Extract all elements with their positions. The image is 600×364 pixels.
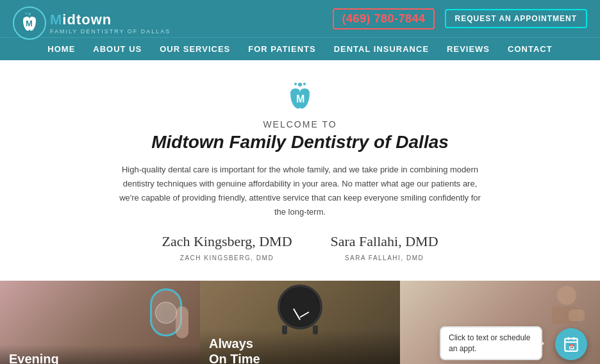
- signature-1-script: Zach Kingsberg, DMD: [162, 233, 292, 250]
- hero-welcome-text: WELCOME TO: [90, 119, 510, 129]
- nav-home[interactable]: HOME: [47, 44, 75, 54]
- logo-text: Midtown FAMILY DENTISTRY OF DALLAS: [50, 12, 171, 35]
- logo-tagline: FAMILY DENTISTRY OF DALLAS: [50, 28, 171, 35]
- appointment-button[interactable]: REQUEST AN APPOINTMENT: [445, 9, 587, 28]
- card-always-on-time[interactable]: Always On Time: [200, 281, 400, 364]
- main-nav: HOME ABOUT US OUR SERVICES FOR PATIENTS …: [0, 37, 600, 60]
- nav-services[interactable]: OUR SERVICES: [160, 44, 230, 54]
- card-2-overlay: Always On Time: [200, 329, 400, 364]
- logo: M Midtown FAMILY DENTISTRY OF DALLAS: [13, 6, 171, 40]
- hero-description: High-quality dental care is important fo…: [114, 163, 486, 219]
- nav-contact[interactable]: CONTACT: [508, 44, 553, 54]
- svg-point-6: [294, 83, 297, 85]
- hero-section: M WELCOME TO Midtown Family Dentistry of…: [0, 60, 600, 281]
- svg-point-3: [26, 13, 28, 15]
- nav-insurance[interactable]: DENTAL INSURANCE: [334, 44, 429, 54]
- signature-1: Zach Kingsberg, DMD ZACH KINGSBERG, DMD: [162, 233, 292, 263]
- svg-point-7: [303, 83, 306, 85]
- svg-point-2: [28, 13, 31, 15]
- svg-text:📅: 📅: [569, 343, 575, 350]
- card-1-overlay: Evening: [0, 345, 200, 364]
- svg-point-5: [298, 83, 302, 87]
- chat-bubble: Click to text or schedule an appt.: [440, 326, 542, 361]
- signatures-section: Zach Kingsberg, DMD ZACH KINGSBERG, DMD …: [90, 233, 510, 263]
- card-evening[interactable]: Evening: [0, 281, 200, 364]
- signature-2: Sara Fallahi, DMD SARA FALLAHI, DMD: [331, 233, 438, 263]
- calendar-icon: 📅: [563, 336, 579, 352]
- cards-wrapper: Evening Always On Time: [0, 281, 600, 364]
- signature-2-script: Sara Fallahi, DMD: [331, 233, 438, 250]
- nav-reviews[interactable]: REVIEWS: [447, 44, 490, 54]
- hero-title: Midtown Family Dentistry of Dallas: [90, 132, 510, 153]
- card-1-label: Evening: [9, 351, 191, 364]
- phone-number[interactable]: (469) 780-7844: [333, 8, 434, 29]
- card-2-label: Always On Time: [209, 336, 391, 364]
- nav-about[interactable]: ABOUT US: [93, 44, 142, 54]
- top-bar: M Midtown FAMILY DENTISTRY OF DALLAS (46…: [0, 0, 600, 37]
- logo-icon: M: [13, 6, 46, 40]
- svg-text:M: M: [296, 94, 304, 104]
- svg-text:M: M: [26, 19, 33, 28]
- hero-logo-icon: M: [283, 81, 317, 115]
- signature-1-name: ZACH KINGSBERG, DMD: [180, 254, 274, 261]
- signature-2-name: SARA FALLAHI, DMD: [345, 254, 424, 261]
- nav-patients[interactable]: FOR PATIENTS: [248, 44, 315, 54]
- logo-name: Midtown: [50, 12, 171, 28]
